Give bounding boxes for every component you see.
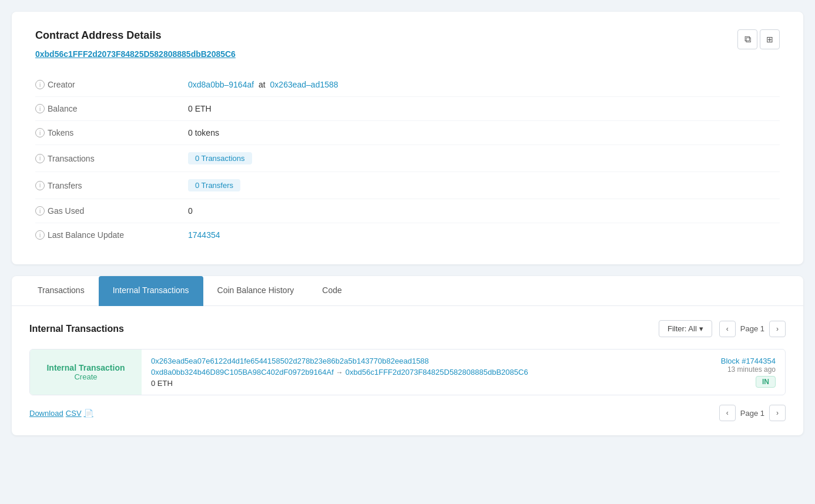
tab-internal-transactions[interactable]: Internal Transactions (99, 276, 203, 306)
tx-arrow: → (336, 368, 343, 377)
creator-info-icon: i (35, 80, 45, 89)
tabs-content: Internal Transactions Filter: All ▾ ‹ Pa… (12, 306, 803, 435)
section-title: Internal Transactions (29, 324, 124, 334)
last-balance-row: i Last Balance Update 1744354 (35, 223, 780, 247)
tokens-label: i Tokens (35, 128, 188, 137)
tx-type-sub: Create (74, 372, 97, 381)
section-footer: Download CSV 📄 ‹ Page 1 › (29, 405, 786, 421)
section-header: Internal Transactions Filter: All ▾ ‹ Pa… (29, 320, 786, 337)
tab-coin-balance-history[interactable]: Coin Balance History (203, 276, 308, 306)
last-balance-label: i Last Balance Update (35, 230, 188, 240)
next-page-button-bottom[interactable]: › (769, 405, 786, 421)
balance-value: 0 ETH (188, 104, 212, 113)
contract-address-link[interactable]: 0xbd56c1FFF2d2073F84825D582808885dbB2085… (35, 49, 780, 59)
transactions-info-icon: i (35, 154, 45, 163)
tokens-info-icon: i (35, 128, 45, 137)
tabs-header: Transactions Internal Transactions Coin … (12, 276, 803, 306)
chevron-right-icon: › (776, 325, 779, 333)
top-pagination: ‹ Page 1 › (719, 321, 786, 337)
page-label-top: Page 1 (740, 324, 764, 333)
transfers-row: i Transfers 0 Transfers (35, 172, 780, 199)
tokens-value: 0 tokens (188, 128, 219, 137)
last-balance-link[interactable]: 1744354 (188, 230, 220, 240)
tx-direction-badge: IN (756, 376, 776, 388)
next-page-button-top[interactable]: › (769, 321, 786, 337)
bottom-pagination: ‹ Page 1 › (719, 405, 786, 421)
copy-button[interactable]: ⧉ (737, 29, 757, 49)
creator-address-link[interactable]: 0xd8a0bb–9164af (188, 80, 254, 89)
tx-type-label: Internal Transaction (46, 363, 125, 372)
balance-row: i Balance 0 ETH (35, 97, 780, 121)
card-actions: ⧉ ⊞ (737, 29, 780, 49)
tx-meta: Block #1744354 13 minutes ago IN (691, 350, 785, 395)
tx-from-to: 0xd8a0bb324b46D89C105BA98C402dF0972b9164… (151, 368, 682, 377)
filter-button[interactable]: Filter: All ▾ (659, 320, 712, 337)
tab-code[interactable]: Code (308, 276, 355, 306)
creator-row: i Creator 0xd8a0bb–9164af at 0x263ead–ad… (35, 73, 780, 97)
grid-button[interactable]: ⊞ (760, 29, 780, 49)
transfers-info-icon: i (35, 181, 45, 190)
transactions-label: i Transactions (35, 154, 188, 163)
gas-used-value: 0 (188, 206, 193, 216)
chevron-left-icon-bottom: ‹ (726, 409, 729, 417)
transfers-label: i Transfers (35, 181, 188, 190)
chevron-right-icon-bottom: › (776, 409, 779, 417)
transactions-value: 0 Transactions (188, 152, 252, 164)
tx-to-link[interactable]: 0xbd56c1FFF2d2073F84825D582808885dbB2085… (346, 368, 528, 377)
tx-details: 0x263ead5ea07e6122d4d1fe6544158502d278b2… (142, 350, 691, 395)
tx-hash-link[interactable]: 0x263ead5ea07e6122d4d1fe6544158502d278b2… (151, 357, 682, 365)
grid-icon: ⊞ (766, 35, 773, 44)
transactions-badge[interactable]: 0 Transactions (188, 152, 252, 164)
transfers-value: 0 Transfers (188, 179, 240, 191)
page-label-bottom: Page 1 (740, 409, 764, 418)
creator-label: i Creator (35, 80, 188, 89)
filter-label: Filter: All (668, 324, 697, 333)
gas-used-info-icon: i (35, 206, 45, 216)
document-icon: 📄 (84, 409, 93, 418)
block-link[interactable]: Block #1744354 (721, 357, 776, 365)
last-balance-value: 1744354 (188, 230, 220, 240)
prev-page-button-bottom[interactable]: ‹ (719, 405, 736, 421)
creator-at: at (259, 80, 266, 89)
page-title: Contract Address Details (35, 29, 780, 42)
download-csv-link[interactable]: Download CSV 📄 (29, 409, 93, 418)
chevron-down-icon: ▾ (699, 324, 703, 333)
balance-label: i Balance (35, 104, 188, 113)
gas-used-label: i Gas Used (35, 206, 188, 216)
gas-used-row: i Gas Used 0 (35, 199, 780, 223)
tokens-row: i Tokens 0 tokens (35, 121, 780, 145)
prev-page-button-top[interactable]: ‹ (719, 321, 736, 337)
creator-value: 0xd8a0bb–9164af at 0x263ead–ad1588 (188, 80, 338, 89)
tab-transactions[interactable]: Transactions (24, 276, 99, 306)
tabs-container: Transactions Internal Transactions Coin … (12, 276, 803, 435)
transaction-item: Internal Transaction Create 0x263ead5ea0… (29, 349, 786, 395)
tx-from-link[interactable]: 0xd8a0bb324b46D89C105BA98C402dF0972b9164… (151, 368, 334, 377)
balance-info-icon: i (35, 104, 45, 113)
tx-type-badge: Internal Transaction Create (30, 350, 142, 395)
chevron-left-icon: ‹ (726, 325, 729, 333)
transactions-row: i Transactions 0 Transactions (35, 145, 780, 172)
tx-amount: 0 ETH (151, 379, 682, 388)
transfers-badge[interactable]: 0 Transfers (188, 179, 240, 191)
download-label: Download (29, 409, 63, 418)
contract-details-card: ⧉ ⊞ Contract Address Details 0xbd56c1FFF… (12, 12, 803, 264)
creator-tx-link[interactable]: 0x263ead–ad1588 (270, 80, 338, 89)
header-controls: Filter: All ▾ ‹ Page 1 › (659, 320, 786, 337)
tx-time-ago: 13 minutes ago (727, 365, 776, 374)
last-balance-info-icon: i (35, 230, 45, 240)
copy-icon: ⧉ (744, 34, 751, 45)
csv-label: CSV (66, 409, 82, 418)
